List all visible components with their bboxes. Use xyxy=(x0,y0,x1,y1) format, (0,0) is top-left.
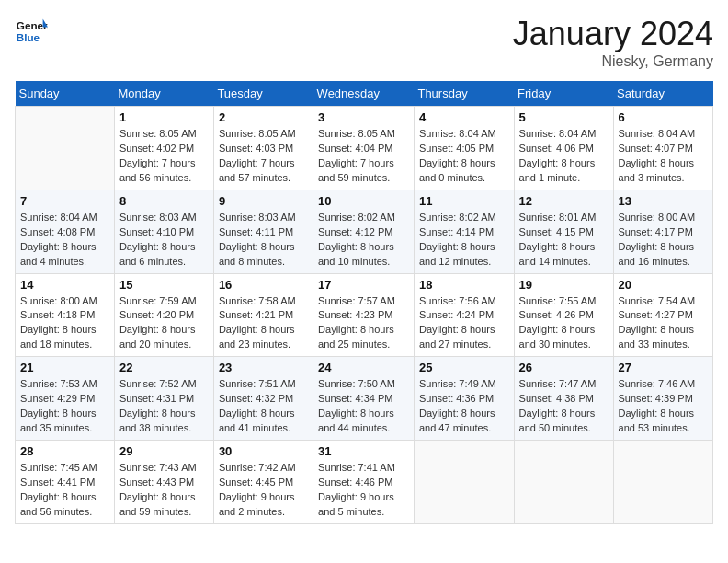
calendar-week-row: 21 Sunrise: 7:53 AMSunset: 4:29 PMDaylig… xyxy=(16,357,713,441)
logo-icon: General Blue xyxy=(15,15,48,48)
day-number: 3 xyxy=(318,110,409,124)
day-number: 31 xyxy=(318,444,409,458)
day-number: 14 xyxy=(20,278,109,292)
calendar-cell: 11 Sunrise: 8:02 AMSunset: 4:14 PMDaylig… xyxy=(414,190,514,273)
day-number: 27 xyxy=(619,361,708,374)
calendar-cell: 28 Sunrise: 7:45 AMSunset: 4:41 PMDaylig… xyxy=(16,441,115,524)
day-info: Sunrise: 7:51 AMSunset: 4:32 PMDaylight:… xyxy=(219,377,308,436)
calendar-cell: 14 Sunrise: 8:00 AMSunset: 4:18 PMDaylig… xyxy=(16,273,115,357)
calendar-cell xyxy=(613,441,712,524)
day-info: Sunrise: 8:01 AMSunset: 4:15 PMDaylight:… xyxy=(519,211,609,270)
calendar-cell xyxy=(514,441,613,524)
day-info: Sunrise: 8:05 AMSunset: 4:02 PMDaylight:… xyxy=(119,127,209,186)
calendar-cell: 13 Sunrise: 8:00 AMSunset: 4:17 PMDaylig… xyxy=(613,190,712,273)
day-number: 22 xyxy=(119,361,209,374)
day-header-tuesday: Tuesday xyxy=(213,81,313,107)
location: Niesky, Germany xyxy=(513,53,713,70)
calendar-cell: 10 Sunrise: 8:02 AMSunset: 4:12 PMDaylig… xyxy=(313,190,415,273)
day-number: 19 xyxy=(519,278,609,292)
day-number: 6 xyxy=(619,110,708,124)
day-header-thursday: Thursday xyxy=(414,81,514,107)
day-header-saturday: Saturday xyxy=(613,81,712,107)
day-number: 2 xyxy=(219,110,308,124)
day-info: Sunrise: 7:53 AMSunset: 4:29 PMDaylight:… xyxy=(20,377,109,436)
day-number: 10 xyxy=(318,194,409,208)
day-number: 23 xyxy=(219,361,308,374)
day-number: 24 xyxy=(318,361,409,374)
day-info: Sunrise: 8:03 AMSunset: 4:10 PMDaylight:… xyxy=(119,211,209,270)
calendar-cell: 15 Sunrise: 7:59 AMSunset: 4:20 PMDaylig… xyxy=(114,273,213,357)
calendar-cell: 6 Sunrise: 8:04 AMSunset: 4:07 PMDayligh… xyxy=(613,107,712,190)
day-number: 20 xyxy=(619,278,708,292)
day-info: Sunrise: 8:03 AMSunset: 4:11 PMDaylight:… xyxy=(219,211,308,270)
calendar-table: SundayMondayTuesdayWednesdayThursdayFrid… xyxy=(15,81,713,524)
calendar-week-row: 1 Sunrise: 8:05 AMSunset: 4:02 PMDayligh… xyxy=(16,107,713,190)
calendar-cell: 1 Sunrise: 8:05 AMSunset: 4:02 PMDayligh… xyxy=(114,107,213,190)
calendar-cell: 19 Sunrise: 7:55 AMSunset: 4:26 PMDaylig… xyxy=(514,273,613,357)
day-number: 4 xyxy=(419,110,509,124)
day-number: 15 xyxy=(119,278,209,292)
day-header-monday: Monday xyxy=(114,81,213,107)
calendar-cell: 31 Sunrise: 7:41 AMSunset: 4:46 PMDaylig… xyxy=(313,441,415,524)
calendar-week-row: 7 Sunrise: 8:04 AMSunset: 4:08 PMDayligh… xyxy=(16,190,713,273)
day-number: 13 xyxy=(619,194,708,208)
day-number: 25 xyxy=(419,361,509,374)
calendar-cell: 12 Sunrise: 8:01 AMSunset: 4:15 PMDaylig… xyxy=(514,190,613,273)
calendar-cell: 20 Sunrise: 7:54 AMSunset: 4:27 PMDaylig… xyxy=(613,273,712,357)
day-header-sunday: Sunday xyxy=(16,81,115,107)
day-info: Sunrise: 7:55 AMSunset: 4:26 PMDaylight:… xyxy=(519,294,609,353)
day-info: Sunrise: 8:04 AMSunset: 4:07 PMDaylight:… xyxy=(619,127,708,186)
page-header: General Blue January 2024 Niesky, German… xyxy=(15,15,713,70)
calendar-cell: 26 Sunrise: 7:47 AMSunset: 4:38 PMDaylig… xyxy=(514,357,613,441)
day-number: 28 xyxy=(20,444,109,458)
day-number: 30 xyxy=(219,444,308,458)
day-info: Sunrise: 8:05 AMSunset: 4:04 PMDaylight:… xyxy=(318,127,409,186)
calendar-cell: 4 Sunrise: 8:04 AMSunset: 4:05 PMDayligh… xyxy=(414,107,514,190)
month-title: January 2024 xyxy=(513,15,713,53)
day-header-wednesday: Wednesday xyxy=(313,81,415,107)
calendar-cell: 9 Sunrise: 8:03 AMSunset: 4:11 PMDayligh… xyxy=(213,190,313,273)
calendar-cell: 23 Sunrise: 7:51 AMSunset: 4:32 PMDaylig… xyxy=(213,357,313,441)
day-number: 8 xyxy=(119,194,209,208)
calendar-cell: 5 Sunrise: 8:04 AMSunset: 4:06 PMDayligh… xyxy=(514,107,613,190)
day-number: 12 xyxy=(519,194,609,208)
day-info: Sunrise: 8:04 AMSunset: 4:06 PMDaylight:… xyxy=(519,127,609,186)
day-info: Sunrise: 7:54 AMSunset: 4:27 PMDaylight:… xyxy=(619,294,708,353)
svg-text:Blue: Blue xyxy=(17,31,40,43)
calendar-week-row: 28 Sunrise: 7:45 AMSunset: 4:41 PMDaylig… xyxy=(16,441,713,524)
day-info: Sunrise: 8:04 AMSunset: 4:08 PMDaylight:… xyxy=(20,211,109,270)
calendar-cell: 25 Sunrise: 7:49 AMSunset: 4:36 PMDaylig… xyxy=(414,357,514,441)
day-number: 1 xyxy=(119,110,209,124)
calendar-header-row: SundayMondayTuesdayWednesdayThursdayFrid… xyxy=(16,81,713,107)
day-info: Sunrise: 7:59 AMSunset: 4:20 PMDaylight:… xyxy=(119,294,209,353)
day-info: Sunrise: 7:49 AMSunset: 4:36 PMDaylight:… xyxy=(419,377,509,436)
day-info: Sunrise: 8:02 AMSunset: 4:12 PMDaylight:… xyxy=(318,211,409,270)
day-info: Sunrise: 7:52 AMSunset: 4:31 PMDaylight:… xyxy=(119,377,209,436)
day-number: 11 xyxy=(419,194,509,208)
day-info: Sunrise: 8:00 AMSunset: 4:17 PMDaylight:… xyxy=(619,211,708,270)
day-info: Sunrise: 7:56 AMSunset: 4:24 PMDaylight:… xyxy=(419,294,509,353)
calendar-cell: 27 Sunrise: 7:46 AMSunset: 4:39 PMDaylig… xyxy=(613,357,712,441)
calendar-cell: 2 Sunrise: 8:05 AMSunset: 4:03 PMDayligh… xyxy=(213,107,313,190)
day-info: Sunrise: 8:02 AMSunset: 4:14 PMDaylight:… xyxy=(419,211,509,270)
day-info: Sunrise: 7:46 AMSunset: 4:39 PMDaylight:… xyxy=(619,377,708,436)
calendar-cell: 30 Sunrise: 7:42 AMSunset: 4:45 PMDaylig… xyxy=(213,441,313,524)
day-number: 18 xyxy=(419,278,509,292)
calendar-cell: 24 Sunrise: 7:50 AMSunset: 4:34 PMDaylig… xyxy=(313,357,415,441)
day-info: Sunrise: 7:50 AMSunset: 4:34 PMDaylight:… xyxy=(318,377,409,436)
day-number: 29 xyxy=(119,444,209,458)
day-info: Sunrise: 7:57 AMSunset: 4:23 PMDaylight:… xyxy=(318,294,409,353)
calendar-cell: 8 Sunrise: 8:03 AMSunset: 4:10 PMDayligh… xyxy=(114,190,213,273)
day-info: Sunrise: 7:42 AMSunset: 4:45 PMDaylight:… xyxy=(219,461,308,520)
calendar-cell: 17 Sunrise: 7:57 AMSunset: 4:23 PMDaylig… xyxy=(313,273,415,357)
day-info: Sunrise: 8:05 AMSunset: 4:03 PMDaylight:… xyxy=(219,127,308,186)
calendar-cell: 7 Sunrise: 8:04 AMSunset: 4:08 PMDayligh… xyxy=(16,190,115,273)
day-number: 9 xyxy=(219,194,308,208)
calendar-cell xyxy=(16,107,115,190)
day-info: Sunrise: 7:41 AMSunset: 4:46 PMDaylight:… xyxy=(318,461,409,520)
day-info: Sunrise: 7:58 AMSunset: 4:21 PMDaylight:… xyxy=(219,294,308,353)
calendar-cell: 18 Sunrise: 7:56 AMSunset: 4:24 PMDaylig… xyxy=(414,273,514,357)
calendar-cell xyxy=(414,441,514,524)
day-info: Sunrise: 7:43 AMSunset: 4:43 PMDaylight:… xyxy=(119,461,209,520)
calendar-cell: 29 Sunrise: 7:43 AMSunset: 4:43 PMDaylig… xyxy=(114,441,213,524)
